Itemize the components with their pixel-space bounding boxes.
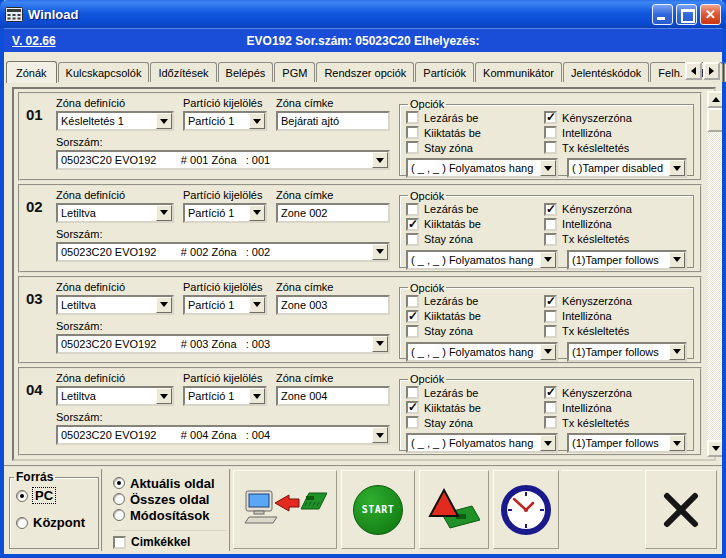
checkbox-icon[interactable] (544, 416, 557, 429)
checkbox-icon[interactable] (406, 203, 419, 216)
tab-scroll-left-button[interactable] (685, 62, 702, 80)
dropdown-button[interactable] (372, 336, 388, 352)
checkbox-icon[interactable] (406, 111, 419, 124)
scroll-up-button[interactable] (707, 91, 722, 108)
checkbox-icon[interactable] (544, 295, 557, 308)
checkbox-kenyszerzona[interactable]: Kényszerzóna (544, 110, 687, 125)
checkbox-icon[interactable] (406, 401, 419, 414)
checkbox-icon[interactable] (544, 141, 557, 154)
serial-select[interactable]: 05023C20 EVO192 # 003 Zóna : 003 (56, 334, 390, 354)
tab-scroll-right-button[interactable] (703, 62, 720, 80)
serial-select[interactable]: 05023C20 EVO192 # 001 Zóna : 001 (56, 150, 390, 170)
dropdown-button[interactable] (156, 388, 172, 404)
checkbox-icon[interactable] (544, 111, 557, 124)
checkbox-tx-kesleltetes[interactable]: Tx késleltetés (544, 140, 687, 155)
scroll-down-button[interactable] (707, 440, 722, 457)
checkbox-kiiktatas-be[interactable]: Kiiktatás be (406, 125, 536, 140)
checkbox-icon[interactable] (406, 295, 419, 308)
tab-part-ci-k[interactable]: Partíciók (415, 62, 474, 82)
serial-select[interactable]: 05023C20 EVO192 # 002 Zóna : 002 (56, 242, 390, 262)
checkbox-icon[interactable] (544, 386, 557, 399)
dropdown-button[interactable] (156, 113, 172, 129)
tab-z-n-k[interactable]: Zónák (6, 61, 57, 83)
tamper-select[interactable]: (1)Tamper follows (567, 433, 687, 453)
checkbox-icon[interactable] (406, 126, 419, 139)
checkbox-icon[interactable] (544, 233, 557, 246)
tamper-select[interactable]: ( )Tamper disabled (567, 158, 687, 178)
checkbox-icon[interactable] (544, 310, 557, 323)
checkbox-intellizona[interactable]: Intellizóna (544, 217, 687, 232)
version-link[interactable]: V. 02.66 (12, 34, 132, 48)
tamper-select[interactable]: (1)Tamper follows (567, 342, 687, 362)
radio-source-pc[interactable]: PC (16, 488, 94, 503)
checkbox-intellizona[interactable]: Intellizóna (544, 400, 687, 415)
checkbox-lezaras-be[interactable]: Lezárás be (406, 202, 536, 217)
checkbox-tx-kesleltetes[interactable]: Tx késleltetés (544, 324, 687, 339)
checkbox-stay-zona[interactable]: Stay zóna (406, 232, 536, 247)
dropdown-button[interactable] (249, 205, 265, 221)
alarm-type-select[interactable]: ( _ , _ ) Folyamatos hang (406, 250, 558, 270)
dropdown-button[interactable] (540, 435, 556, 451)
scrollbar-thumb[interactable] (707, 108, 722, 132)
checkbox-kiiktatas-be[interactable]: Kiiktatás be (406, 217, 536, 232)
zone-definition-select[interactable]: Késleltetés 1 (56, 111, 174, 131)
dropdown-button[interactable] (540, 252, 556, 268)
zone-label-input[interactable] (276, 295, 390, 315)
checkbox-kiiktatas-be[interactable]: Kiiktatás be (406, 309, 536, 324)
scrollbar-track[interactable] (707, 132, 722, 440)
zone-definition-select[interactable]: Letiltva (56, 295, 174, 315)
checkbox-stay-zona[interactable]: Stay zóna (406, 324, 536, 339)
dropdown-button[interactable] (249, 297, 265, 313)
checkbox-icon[interactable] (406, 218, 419, 231)
radio-icon[interactable] (16, 490, 28, 502)
dropdown-button[interactable] (249, 388, 265, 404)
dropdown-button[interactable] (156, 205, 172, 221)
zone-definition-select[interactable]: Letiltva (56, 386, 174, 406)
checkbox-icon[interactable] (544, 401, 557, 414)
zone-label-input[interactable] (276, 203, 390, 223)
tamper-select[interactable]: (1)Tamper follows (567, 250, 687, 270)
partition-select[interactable]: Partíció 1 (183, 203, 267, 223)
checkbox-lezaras-be[interactable]: Lezárás be (406, 294, 536, 309)
dropdown-button[interactable] (372, 152, 388, 168)
tab-kulcskapcsol-k[interactable]: Kulcskapcsolók (58, 62, 150, 82)
tab-bel-p-s[interactable]: Belépés (218, 62, 274, 82)
dropdown-button[interactable] (156, 297, 172, 313)
zone-label-input[interactable] (276, 111, 390, 131)
dropdown-button[interactable] (669, 435, 685, 451)
verify-panel-button[interactable] (419, 470, 489, 549)
alarm-type-select[interactable]: ( _ , _ ) Folyamatos hang (406, 342, 558, 362)
radio-aktualis-oldal[interactable]: Aktuális oldal (113, 475, 227, 491)
checkbox-icon[interactable] (406, 386, 419, 399)
checkbox-kenyszerzona[interactable]: Kényszerzóna (544, 385, 687, 400)
maximize-button[interactable] (676, 4, 697, 25)
dropdown-button[interactable] (372, 244, 388, 260)
dropdown-button[interactable] (249, 113, 265, 129)
tab-rendszer-opci-k[interactable]: Rendszer opciók (316, 62, 414, 82)
checkbox-icon[interactable] (544, 126, 557, 139)
radio-osszes-oldal[interactable]: Összes oldal (113, 491, 227, 507)
zone-definition-select[interactable]: Letiltva (56, 203, 174, 223)
tab-kommunik-tor[interactable]: Kommunikátor (475, 62, 562, 82)
tab-pgm[interactable]: PGM (274, 62, 315, 82)
serial-select[interactable]: 05023C20 EVO192 # 004 Zóna : 004 (56, 425, 390, 445)
radio-icon[interactable] (113, 509, 125, 521)
alarm-type-select[interactable]: ( _ , _ ) Folyamatos hang (406, 158, 558, 178)
radio-source-kozpont[interactable]: Központ (16, 515, 94, 530)
dropdown-button[interactable] (540, 344, 556, 360)
checkbox-icon[interactable] (544, 203, 557, 216)
tab-id-z-t-sek[interactable]: Időzítések (150, 62, 216, 82)
dropdown-button[interactable] (540, 160, 556, 176)
close-window-button[interactable] (700, 4, 721, 25)
checkbox-icon[interactable] (406, 325, 419, 338)
radio-modositasok[interactable]: Módosítások (113, 507, 227, 523)
dropdown-button[interactable] (669, 160, 685, 176)
checkbox-stay-zona[interactable]: Stay zóna (406, 415, 536, 430)
checkbox-icon[interactable] (113, 536, 126, 549)
vertical-scrollbar[interactable] (707, 91, 722, 457)
radio-icon[interactable] (113, 493, 125, 505)
start-button[interactable]: START (341, 470, 415, 549)
clock-button[interactable] (493, 470, 559, 549)
dropdown-button[interactable] (669, 252, 685, 268)
checkbox-icon[interactable] (544, 325, 557, 338)
